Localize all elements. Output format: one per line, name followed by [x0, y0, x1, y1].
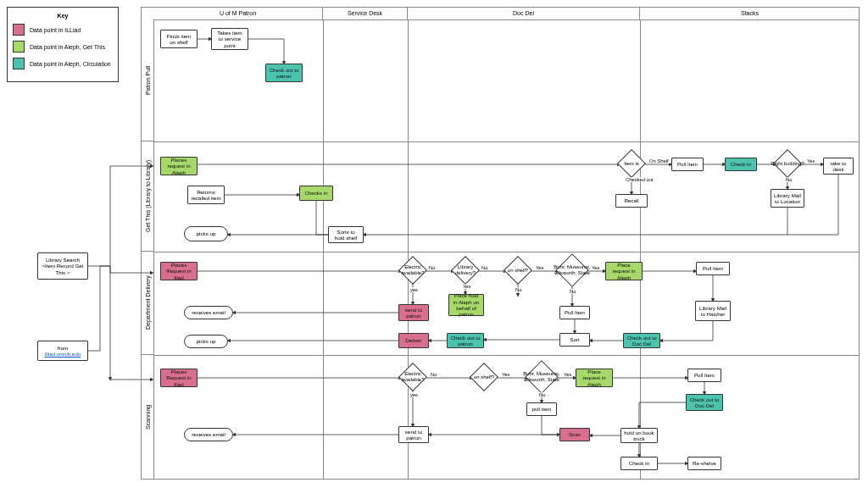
dd-placehold: Place hold in Aleph on behalf of patron [448, 294, 484, 316]
gt-checkin: Checks in [299, 186, 333, 201]
dd-pull1: Pull Item [559, 306, 590, 319]
entry-library-search: Library Search >Item Record Get This > [37, 252, 88, 280]
pp-checkout: Check out to patron [265, 64, 303, 82]
dd-pull2: Pull Item [696, 262, 730, 275]
gt-return: Returns recalled item [187, 186, 225, 204]
edge-label: No [785, 177, 793, 182]
edge-label: Yes [501, 372, 510, 377]
edge-label: Yes [591, 265, 600, 270]
dd-sendp: send to patron [398, 304, 429, 321]
edge-label: No [538, 392, 546, 397]
sc-pull2: Pull Item [687, 369, 721, 382]
sc-checkin: Check In [620, 457, 658, 470]
sc-checkoutdd: Check out to Doc Del [686, 394, 723, 411]
dd-checkoutdd: Check out to Doc Del [623, 333, 660, 348]
edge-label: Yes [806, 158, 815, 164]
sc-scan: Scan [559, 428, 590, 441]
dd-sort: Sort [559, 333, 590, 347]
dd-checkoutp: Check out to patron [447, 333, 484, 348]
dd-receives: receives email [184, 306, 233, 319]
sc-sendp: send to patron [398, 426, 429, 443]
edge-label: Yes [563, 372, 572, 377]
edge-label: yes [409, 287, 419, 292]
entry-illiad: fromilliad.umich.edu [37, 341, 88, 361]
sc-reshelve: Re-shelve [687, 457, 721, 470]
dd-deliver: Deliver [398, 333, 429, 348]
dd-place: Places Request in Iliad [160, 262, 198, 280]
gt-recall: Recall [615, 194, 648, 208]
gt-pull: Pull Item [671, 158, 704, 171]
gt-sort: Sorts to hold shelf [328, 226, 364, 243]
entry-text: fromilliad.umich.edu [45, 345, 81, 358]
dd-place-aleph: Place request in Aleph [605, 262, 643, 280]
edge-label: No [430, 372, 437, 377]
swimlane-grid: U of M Patron Service Desk Doc Del Stack… [141, 7, 860, 480]
edge-label: No [569, 289, 576, 294]
edge-label: No [515, 287, 522, 292]
edge-label: Yes [462, 284, 471, 289]
edge-label: On Shelf [648, 158, 670, 164]
edge-label: Yes [535, 265, 544, 270]
dd-mail: Library Mail to Hatcher [695, 301, 731, 321]
dd-pickup: picks up [184, 335, 228, 348]
edge-label: No [481, 265, 488, 270]
gt-checkin2: Check In [725, 158, 757, 171]
edge-label: No [428, 265, 436, 270]
gt-pickup: picks up [184, 226, 228, 241]
edge-label: yes [409, 392, 419, 397]
sc-placealeph: Place request in Aleph [576, 369, 613, 387]
gt-place: Places request in Aleph [160, 157, 198, 175]
gt-mail: Library Mail to Location [771, 189, 804, 208]
edge-label: Checked out [625, 177, 654, 182]
sc-receives: receives email [184, 428, 233, 441]
gt-take: take to desk [823, 158, 854, 175]
sc-place: Places Request in Iliad [160, 369, 198, 387]
sc-truck: hold on book truck [620, 428, 658, 443]
pp-find: Finds item on shelf [160, 30, 198, 48]
sc-pullitem: pull item [526, 402, 557, 416]
entry-text: Library Search >Item Record Get This > [41, 257, 85, 275]
pp-take: Takes item to service point [211, 28, 248, 50]
